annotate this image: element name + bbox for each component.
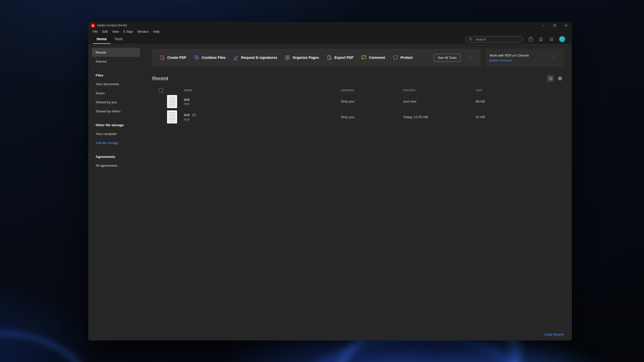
file-table-header: NAME SHARING OPENED SIZE — [152, 87, 564, 94]
sidebar-item-label: Shared by others — [96, 109, 120, 113]
create-pdf-icon — [159, 55, 165, 60]
row-name-cell: test PDF — [182, 113, 341, 121]
sidebar-item-add-file-storage[interactable]: Add file storage — [92, 138, 140, 147]
tool-organize-pages[interactable]: Organize Pages — [285, 55, 319, 60]
grid-view-icon[interactable] — [556, 75, 564, 82]
sidebar-section-files: Files — [92, 72, 140, 78]
protect-shield-icon — [393, 55, 398, 60]
main-tabs: Home Tools — [93, 35, 127, 44]
column-header-sharing[interactable]: SHARING — [341, 89, 403, 92]
tool-label: Protect — [400, 56, 413, 60]
sidebar-item-your-documents[interactable]: Your documents — [92, 79, 140, 88]
tools-more-icon[interactable]: ··· — [468, 55, 475, 60]
tab-home[interactable]: Home — [93, 35, 110, 44]
sidebar-item-scans[interactable]: Scans — [92, 88, 140, 98]
search-box[interactable] — [465, 36, 523, 42]
file-name[interactable]: test — [184, 113, 190, 117]
sidebar-item-all-agreements[interactable]: All agreements — [92, 161, 140, 170]
file-type: PDF — [184, 118, 341, 121]
enable-extension-link[interactable]: Enable extension — [490, 59, 529, 62]
pdf-thumbnail[interactable] — [167, 110, 177, 123]
comment-icon — [361, 55, 367, 60]
acrobat-logo-icon — [91, 24, 95, 27]
clear-recent-link[interactable]: Clear Recent — [544, 333, 564, 336]
row-thumb-cell — [163, 95, 182, 108]
search-input[interactable] — [476, 37, 520, 41]
select-all-checkbox[interactable] — [159, 88, 163, 93]
column-header-size[interactable]: SIZE — [476, 89, 564, 92]
tool-protect[interactable]: Protect — [393, 55, 413, 60]
tool-export-pdf[interactable]: Export PDF — [327, 55, 353, 60]
export-pdf-icon — [327, 55, 332, 60]
cloud-sync-icon — [192, 113, 196, 117]
file-size: 88 KB — [476, 100, 564, 103]
tab-tools[interactable]: Tools — [110, 35, 127, 44]
menu-bar: File Edit View E-Sign Window Help — [88, 29, 572, 35]
menu-view[interactable]: View — [110, 30, 121, 33]
user-avatar[interactable] — [559, 36, 565, 42]
tool-create-pdf[interactable]: Create PDF — [159, 55, 186, 60]
request-esignatures-icon — [233, 55, 239, 60]
tool-comment[interactable]: Comment — [361, 55, 385, 60]
help-icon[interactable]: ? — [528, 37, 533, 42]
see-all-tools-button[interactable]: See All Tools — [434, 54, 461, 62]
file-sharing: Only you — [341, 115, 403, 119]
view-toggles — [547, 75, 564, 82]
maximize-button[interactable] — [549, 22, 560, 29]
file-opened: Today, 12:05 AM — [403, 115, 476, 119]
row-thumb-cell — [163, 110, 182, 123]
sidebar-item-shared-by-you[interactable]: Shared by you — [92, 98, 140, 107]
column-header-name[interactable]: NAME — [182, 89, 341, 92]
row-name-cell: test PDF — [182, 98, 341, 106]
tool-label: Organize Pages — [293, 56, 319, 60]
file-type: PDF — [184, 103, 341, 106]
pdf-thumbnail[interactable] — [167, 95, 177, 108]
sidebar-item-your-computer[interactable]: Your computer — [92, 129, 140, 138]
add-file-storage-link[interactable]: Add file storage — [96, 141, 118, 145]
title-bar[interactable]: Adobe Acrobat (64-bit) — [88, 22, 572, 29]
file-rows: test PDF Only you Just now 88 KB test — [152, 94, 564, 125]
recent-header: Recent — [152, 75, 564, 82]
menu-edit[interactable]: Edit — [100, 30, 110, 33]
menu-help[interactable]: Help — [151, 30, 162, 33]
sidebar: Recent Starred Files Your documents Scan… — [88, 44, 144, 340]
file-size: 51 KB — [476, 115, 564, 119]
file-sharing: Only you — [341, 100, 403, 103]
notifications-bell-icon[interactable] — [538, 36, 544, 42]
sidebar-item-label: Your documents — [96, 82, 119, 86]
sidebar-item-label: Recent — [96, 51, 106, 54]
sidebar-item-starred[interactable]: Starred — [92, 57, 140, 66]
organize-pages-icon — [285, 55, 290, 60]
sidebar-item-label: Your computer — [96, 132, 117, 136]
app-grid-waffle-icon[interactable] — [549, 36, 554, 42]
file-name[interactable]: test — [184, 98, 190, 102]
tool-label: Create PDF — [167, 56, 186, 60]
app-bar: Home Tools ? — [88, 35, 572, 44]
sidebar-item-shared-by-others[interactable]: Shared by others — [92, 107, 140, 116]
column-header-opened[interactable]: OPENED — [403, 89, 476, 92]
sidebar-section-agreements: Agreements — [92, 153, 140, 160]
menu-file[interactable]: File — [90, 30, 100, 33]
close-button[interactable] — [560, 22, 572, 29]
sidebar-section-other-file-storage: Other file storage — [92, 122, 140, 128]
window-content: Recent Starred Files Your documents Scan… — [88, 44, 572, 340]
acrobat-window: Adobe Acrobat (64-bit) File Edit View E-… — [88, 22, 572, 340]
menu-window[interactable]: Window — [135, 30, 151, 33]
tool-request-esignatures[interactable]: Request E-signatures — [233, 55, 277, 60]
table-row[interactable]: test PDF Only you Just now 88 KB — [152, 94, 564, 109]
list-view-icon[interactable] — [547, 75, 554, 82]
tool-combine-files[interactable]: Combine Files — [194, 55, 226, 60]
minimize-button[interactable] — [538, 22, 549, 29]
sidebar-item-label: Shared by you — [96, 100, 117, 104]
sidebar-item-label: Starred — [96, 60, 106, 63]
tool-label: Combine Files — [202, 56, 226, 60]
chrome-extension-card: Work with PDFs in Chrome Enable extensio… — [486, 49, 564, 66]
chrome-card-more-icon[interactable]: ··· — [549, 55, 556, 60]
menu-esign[interactable]: E-Sign — [121, 30, 135, 33]
table-row[interactable]: test PDF Only you Today, 12:05 AM 51 KB — [152, 109, 564, 125]
tool-label: Request E-signatures — [241, 56, 277, 60]
sidebar-item-recent[interactable]: Recent — [92, 48, 140, 57]
sidebar-item-label: All agreements — [96, 164, 117, 167]
page-title: Recent — [152, 76, 168, 81]
tool-label: Comment — [369, 56, 385, 60]
